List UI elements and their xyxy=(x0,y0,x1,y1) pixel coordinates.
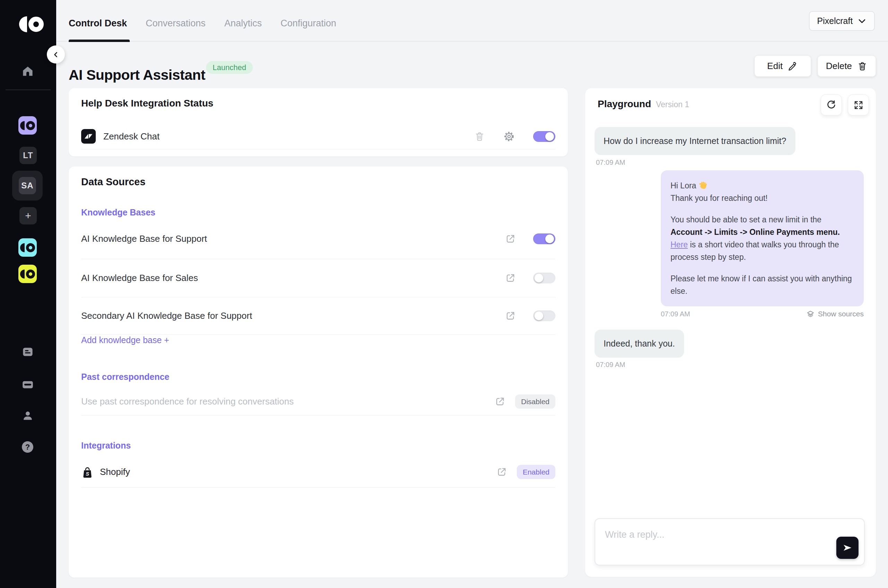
integration-label: Shopify xyxy=(100,466,130,477)
knowledge-base-row: AI Knowledge Base for Support xyxy=(81,219,555,259)
app-logo xyxy=(19,16,44,32)
enabled-status-chip: Enabled xyxy=(517,465,555,479)
assistant-line2: Thank you for reaching out! xyxy=(670,194,768,202)
trash-icon[interactable] xyxy=(474,131,485,142)
external-link-icon[interactable] xyxy=(505,234,516,244)
external-link-icon[interactable] xyxy=(495,396,506,407)
reply-input[interactable] xyxy=(595,519,864,565)
knowledge-base-label: Secondary AI Knowledge Base for Support xyxy=(81,310,252,321)
disabled-status-chip: Disabled xyxy=(515,394,555,409)
playground-version: Version 1 xyxy=(656,100,689,109)
zendesk-icon xyxy=(81,129,96,144)
assistant-message-bubble: Hi Lora Thank you for reaching out! You … xyxy=(661,170,864,306)
plus-icon: + xyxy=(25,210,31,222)
add-knowledge-base-link[interactable]: Add knowledge base + xyxy=(81,335,169,345)
integrations-heading: Integrations xyxy=(81,441,131,451)
expand-button[interactable] xyxy=(848,94,869,116)
chat-transcript: How do I increase my Internet transactio… xyxy=(594,127,865,369)
past-correspondence-heading: Past correspondence xyxy=(81,372,169,382)
external-link-icon[interactable] xyxy=(505,310,516,321)
main-tabs: Control Desk Conversations Analytics Con… xyxy=(69,18,336,29)
delete-button[interactable]: Delete xyxy=(818,56,876,76)
message-timestamp: 07:09 AM xyxy=(596,159,865,166)
tab-configuration[interactable]: Configuration xyxy=(280,18,336,29)
integration-name: Zendesk Chat xyxy=(104,131,160,142)
delete-button-label: Delete xyxy=(826,61,852,72)
user-message-bubble: How do I increase my Internet transactio… xyxy=(594,127,795,155)
toggle-knob xyxy=(534,312,543,320)
external-link-icon[interactable] xyxy=(496,466,507,477)
sidebar: LT SA + ? xyxy=(0,0,56,588)
help-desk-card-title: Help Desk Integration Status xyxy=(81,98,213,109)
integration-controls xyxy=(474,131,555,142)
refresh-button[interactable] xyxy=(821,94,842,116)
knowledge-base-row: AI Knowledge Base for Sales xyxy=(81,259,555,297)
edit-button-label: Edit xyxy=(767,61,783,72)
workspace-item-lt[interactable]: LT xyxy=(20,147,37,164)
app-root: LT SA + ? Co xyxy=(0,0,888,588)
knowledge-base-label: AI Knowledge Base for Support xyxy=(81,234,207,244)
help-icon[interactable]: ? xyxy=(22,441,33,453)
help-desk-card: Help Desk Integration Status Zendesk Cha… xyxy=(69,88,568,156)
add-workspace-button[interactable]: + xyxy=(20,207,37,225)
assistant-greeting: Hi Lora xyxy=(670,181,699,190)
shopify-icon: S xyxy=(81,466,94,478)
assistant-paragraph: Please let me know if I can assist you w… xyxy=(670,272,854,297)
workspace-item-sa-active[interactable]: SA xyxy=(12,171,43,201)
knowledge-base-toggle[interactable] xyxy=(533,273,555,284)
show-sources-button[interactable]: Show sources xyxy=(807,310,864,318)
assistant-message: Hi Lora Thank you for reaching out! You … xyxy=(661,170,864,318)
tab-analytics[interactable]: Analytics xyxy=(224,18,262,29)
chevron-down-icon xyxy=(858,17,867,26)
row-divider xyxy=(81,488,555,488)
edit-button[interactable]: Edit xyxy=(754,56,811,76)
knowledge-bases-heading: Knowledge Bases xyxy=(81,207,155,218)
notes-icon[interactable] xyxy=(22,346,34,358)
zendesk-toggle[interactable] xyxy=(533,131,555,142)
home-icon[interactable] xyxy=(22,65,34,77)
knowledge-base-toggle[interactable] xyxy=(533,234,555,244)
user-message-bubble: Indeed, thank you. xyxy=(594,330,684,358)
org-switcher-label: Pixelcraft xyxy=(817,16,853,26)
workspace-item-cyan[interactable] xyxy=(18,238,37,257)
knowledge-base-label: AI Knowledge Base for Sales xyxy=(81,273,198,284)
layers-icon xyxy=(807,310,814,318)
message-timestamp: 07:09 AM xyxy=(661,310,690,318)
zendesk-integration-row: Zendesk Chat xyxy=(81,124,555,148)
row-divider xyxy=(81,334,555,335)
toggle-knob xyxy=(545,132,554,141)
playground-panel: Playground Version 1 How do I increase m… xyxy=(585,88,876,577)
workspace-item-yellow[interactable] xyxy=(18,265,37,283)
row-divider xyxy=(81,149,555,150)
past-correspondence-row: Use past correspondence for resolving co… xyxy=(81,388,555,415)
collapse-sidebar-button[interactable] xyxy=(47,45,65,63)
workspace-logo-icon xyxy=(20,270,35,279)
workspace-item-purple[interactable] xyxy=(18,116,37,135)
row-divider xyxy=(81,415,555,416)
data-sources-title: Data Sources xyxy=(81,176,146,188)
page-title: AI Support Assistant xyxy=(69,67,206,83)
send-button[interactable] xyxy=(836,537,858,559)
knowledge-base-toggle[interactable] xyxy=(533,310,555,321)
billing-card-icon[interactable] xyxy=(22,379,34,391)
org-switcher-button[interactable]: Pixelcraft xyxy=(809,11,875,31)
external-link-icon[interactable] xyxy=(505,273,516,284)
workspace-sa-label: SA xyxy=(21,181,33,190)
trash-icon xyxy=(857,61,867,72)
send-icon xyxy=(842,543,853,553)
knowledge-base-row: Secondary AI Knowledge Base for Support xyxy=(81,297,555,334)
question-mark: ? xyxy=(26,442,30,452)
tab-conversations[interactable]: Conversations xyxy=(146,18,206,29)
workspace-lt-label: LT xyxy=(23,150,33,160)
sidebar-divider xyxy=(6,90,51,90)
gear-icon[interactable] xyxy=(503,131,515,142)
assistant-paragraph: You should be able to set a new limit in… xyxy=(670,213,854,263)
tabbar-divider xyxy=(56,41,888,42)
profile-icon[interactable] xyxy=(22,410,34,422)
tab-control-desk[interactable]: Control Desk xyxy=(69,18,127,29)
workspace-logo-icon xyxy=(20,243,35,252)
waving-hand-icon xyxy=(699,181,708,190)
workspace-logo-icon xyxy=(20,121,35,130)
pencil-icon xyxy=(788,61,798,72)
here-link[interactable]: Here xyxy=(670,240,688,249)
